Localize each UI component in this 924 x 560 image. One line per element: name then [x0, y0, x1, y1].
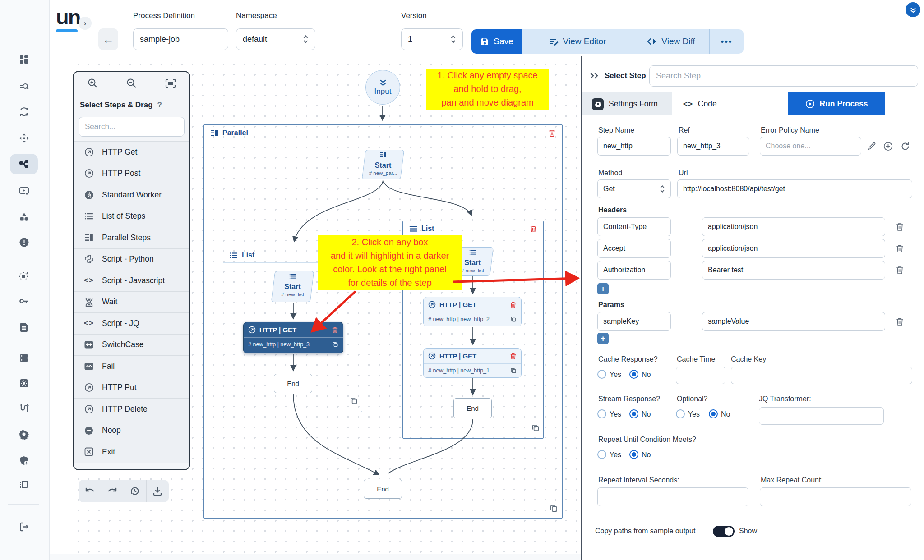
delete-list-right-icon[interactable]	[530, 225, 537, 233]
start-node-parallel[interactable]: Start # new_par...	[362, 150, 404, 179]
add-header-button[interactable]: +	[597, 283, 609, 294]
input-node[interactable]: Input	[365, 70, 400, 105]
security-user-icon[interactable]	[10, 450, 38, 471]
optional-no-radio[interactable]	[709, 409, 718, 418]
palette-step-standard-worker[interactable]: Standard Worker	[74, 184, 189, 206]
back-button[interactable]: ←	[98, 28, 118, 50]
palette-step-http-post[interactable]: HTTP Post	[74, 163, 189, 184]
palette-search-input[interactable]	[79, 117, 185, 137]
duplicate-step-icon[interactable]	[332, 341, 338, 348]
cache-key-input[interactable]	[731, 367, 912, 384]
palette-step-script-jq[interactable]: <> Script - JQ	[74, 312, 189, 334]
repeat-until-no-radio[interactable]	[629, 450, 638, 459]
param-key-input[interactable]	[597, 312, 671, 331]
zoom-out-icon[interactable]	[112, 72, 151, 95]
palette-step-switchcase[interactable]: SwitchCase	[74, 334, 189, 356]
repeat-interval-input[interactable]	[597, 487, 748, 506]
history-icon[interactable]	[124, 480, 147, 502]
stream-response-no-radio[interactable]	[629, 409, 638, 418]
dashboard-icon[interactable]	[10, 49, 38, 70]
delete-header-icon[interactable]	[894, 243, 905, 254]
tab-settings-form[interactable]: Settings Form	[582, 92, 672, 115]
header-key-input[interactable]	[597, 261, 671, 280]
version-select[interactable]: 1	[401, 28, 463, 50]
view-editor-button[interactable]: View Editor	[522, 29, 633, 54]
header-value-input[interactable]	[702, 239, 885, 258]
palette-step-http-get[interactable]: HTTP Get	[74, 141, 189, 163]
header-key-input[interactable]	[597, 217, 671, 236]
server-icon[interactable]	[10, 348, 38, 368]
param-value-input[interactable]	[702, 312, 885, 331]
add-circle-icon[interactable]	[882, 140, 894, 152]
cache-response-no-radio[interactable]	[629, 370, 638, 379]
integrations-icon[interactable]	[10, 398, 38, 419]
run-settings-icon[interactable]	[10, 180, 38, 201]
package-settings-icon[interactable]	[10, 373, 38, 394]
edit-icon[interactable]	[866, 140, 878, 152]
delete-header-icon[interactable]	[894, 265, 905, 275]
save-button[interactable]: Save	[471, 29, 522, 54]
palette-step-noop[interactable]: Noop	[74, 420, 189, 441]
duplicate-step-icon[interactable]	[510, 367, 517, 374]
delete-param-icon[interactable]	[894, 316, 905, 327]
palette-step-parallel-steps[interactable]: Parallel Steps	[74, 227, 189, 248]
error-policy-select[interactable]	[760, 137, 861, 156]
tab-code[interactable]: <> Code	[672, 92, 735, 115]
windows-icon[interactable]	[10, 474, 38, 495]
header-value-input[interactable]	[702, 217, 885, 236]
key-icon[interactable]	[10, 291, 38, 312]
shapes-icon[interactable]	[10, 207, 38, 227]
delete-step-icon[interactable]	[510, 353, 517, 360]
undo-icon[interactable]	[79, 480, 101, 502]
step-search-input[interactable]	[649, 65, 918, 87]
view-diff-button[interactable]: View Diff	[633, 29, 709, 54]
cache-response-yes-radio[interactable]	[597, 370, 606, 379]
palette-step-exit[interactable]: Exit	[74, 441, 189, 463]
account-badge-icon[interactable]	[906, 2, 920, 17]
stream-response-yes-radio[interactable]	[597, 409, 606, 418]
expand-sidebar-button[interactable]: ›	[79, 17, 92, 30]
zoom-in-icon[interactable]	[74, 72, 112, 95]
fit-view-icon[interactable]	[151, 72, 189, 95]
start-node-list-left[interactable]: Start # new_list	[271, 271, 314, 302]
duplicate-step-icon[interactable]	[510, 316, 517, 322]
optional-yes-radio[interactable]	[676, 409, 685, 418]
settings-gear-icon[interactable]	[10, 424, 38, 445]
duplicate-container-icon[interactable]	[550, 504, 558, 513]
copy-paths-toggle[interactable]	[713, 526, 735, 537]
step-name-input[interactable]	[597, 137, 671, 156]
delete-step-icon[interactable]	[510, 301, 517, 308]
download-icon[interactable]	[147, 480, 169, 502]
repeat-until-yes-radio[interactable]	[597, 450, 606, 459]
document-icon[interactable]	[10, 317, 38, 338]
jq-transformer-input[interactable]	[759, 407, 884, 425]
duplicate-container-icon[interactable]	[350, 397, 358, 405]
http-node-1[interactable]: HTTP | GET # new_http | new_http_1	[423, 348, 522, 378]
url-input[interactable]	[677, 179, 912, 198]
add-param-button[interactable]: +	[597, 333, 609, 344]
palette-step-http-delete[interactable]: HTTP Delete	[74, 398, 189, 420]
delete-header-icon[interactable]	[894, 221, 905, 232]
process-definition-input[interactable]	[133, 28, 228, 50]
max-repeat-input[interactable]	[760, 487, 911, 506]
palette-step-http-put[interactable]: HTTP Put	[74, 377, 189, 399]
logout-icon[interactable]	[10, 516, 38, 537]
header-key-input[interactable]	[597, 239, 671, 258]
end-node-left[interactable]: End	[274, 374, 312, 393]
refresh-icon[interactable]	[899, 140, 911, 152]
run-process-button[interactable]: Run Process	[788, 92, 885, 115]
redo-icon[interactable]	[101, 480, 124, 502]
delete-parallel-icon[interactable]	[548, 129, 556, 137]
ref-input[interactable]	[677, 137, 749, 156]
schedule-history-icon[interactable]	[10, 101, 38, 122]
gear-sparkle-icon[interactable]	[10, 266, 38, 286]
collapse-panel-icon[interactable]	[589, 72, 599, 80]
palette-step-wait[interactable]: Wait	[74, 291, 189, 313]
palette-step-script-python[interactable]: Script - Python	[74, 248, 189, 270]
duplicate-container-icon[interactable]	[531, 424, 540, 432]
palette-step-fail[interactable]: Fail	[74, 355, 189, 377]
namespace-select[interactable]: default	[236, 28, 315, 50]
workflow-icon[interactable]	[10, 154, 38, 174]
end-node-bottom[interactable]: End	[364, 479, 402, 499]
alert-icon[interactable]	[10, 232, 38, 252]
